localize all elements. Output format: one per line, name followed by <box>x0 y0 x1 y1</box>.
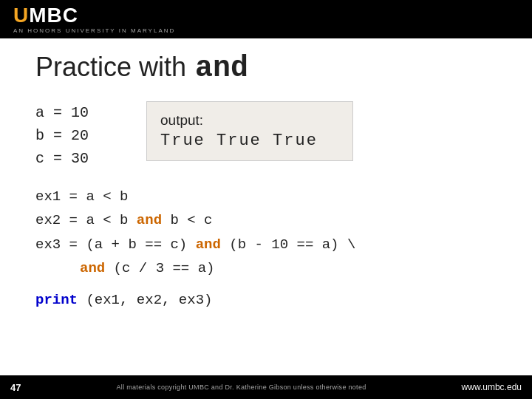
and-keyword-ex2: and <box>137 212 162 228</box>
example-3-line2: and (c / 3 == a) <box>35 256 497 280</box>
umbc-logo-u: U <box>13 4 29 27</box>
and-keyword-ex3-1: and <box>196 236 221 253</box>
header-bar: UMBC AN HONORS UNIVERSITY IN MARYLAND <box>0 0 532 38</box>
umbc-logo-block: UMBC AN HONORS UNIVERSITY IN MARYLAND <box>13 5 175 34</box>
output-label: output: <box>160 112 335 129</box>
print-keyword: print <box>35 292 78 308</box>
title-practice-with: Practice with <box>35 52 186 83</box>
output-box: output: True True True <box>146 101 353 161</box>
var-b: b = 20 <box>35 124 124 147</box>
footer-url: www.umbc.edu <box>462 382 522 392</box>
main-content: Practice with and a = 10 b = 20 c = 30 o… <box>0 38 532 323</box>
middle-section: a = 10 b = 20 c = 30 output: True True T… <box>35 101 497 170</box>
umbc-tagline: AN HONORS UNIVERSITY IN MARYLAND <box>13 27 175 34</box>
example-1: ex1 = a < b <box>35 185 497 208</box>
umbc-logo: UMBC <box>13 5 175 26</box>
footer-copyright: All materials copyright UMBC and Dr. Kat… <box>117 383 366 391</box>
slide-number: 47 <box>10 382 21 393</box>
and-keyword-ex3-2: and <box>80 260 105 276</box>
umbc-logo-rest: MBC <box>29 4 78 27</box>
footer-bar: 47 All materials copyright UMBC and Dr. … <box>0 375 532 399</box>
print-block: print (ex1, ex2, ex3) <box>35 292 497 308</box>
title-row: Practice with and <box>35 52 497 85</box>
print-args: (ex1, ex2, ex3) <box>78 292 212 308</box>
example-2: ex2 = a < b and b < c <box>35 208 497 232</box>
example-3-line1: ex3 = (a + b == c) and (b - 10 == a) \ <box>35 233 497 256</box>
title-and-keyword: and <box>195 52 248 85</box>
examples-block: ex1 = a < b ex2 = a < b and b < c ex3 = … <box>35 185 497 280</box>
var-c: c = 30 <box>35 147 124 170</box>
output-values: True True True <box>160 132 335 150</box>
vars-block: a = 10 b = 20 c = 30 <box>35 101 124 170</box>
var-a: a = 10 <box>35 101 124 124</box>
